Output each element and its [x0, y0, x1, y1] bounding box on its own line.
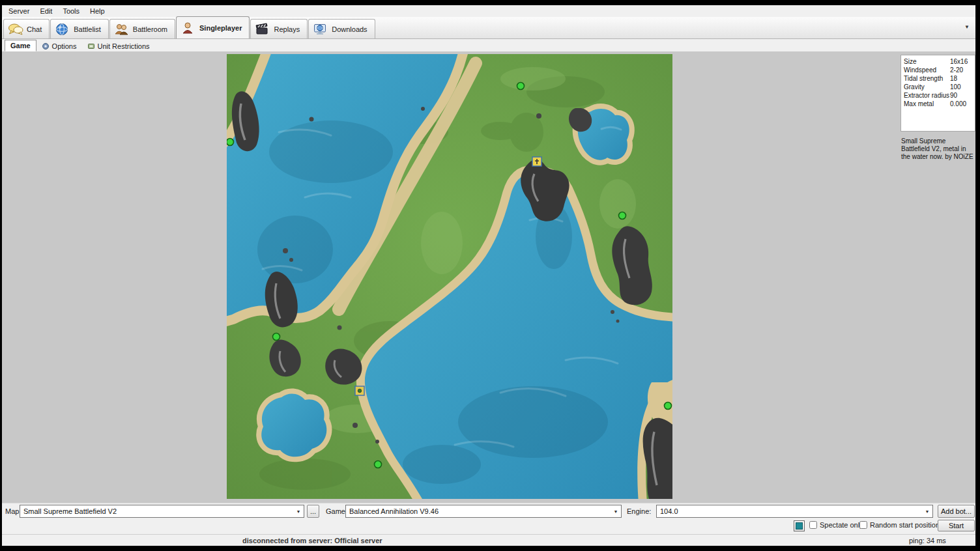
info-label: Windspeed [904, 66, 950, 74]
map-lake-southwest [261, 393, 326, 457]
chevron-down-icon: ▼ [611, 509, 621, 514]
start-button[interactable]: Start [938, 520, 975, 531]
map-info-row: Extractor radius 90 [901, 91, 975, 100]
map-info-table: Size 16x16 Windspeed 2-20 Tidal strength… [901, 55, 975, 132]
start-marker [517, 83, 525, 90]
main-tab-bar: Chat Battlelist [2, 17, 975, 39]
toolbar-overflow-button[interactable]: ▼ [962, 23, 972, 32]
start-options-bar: Spectate only Random start positions Sta… [2, 518, 975, 534]
battle-subtab-bar: Game Options Unit Restrictions [2, 39, 975, 51]
options-icon [42, 42, 50, 50]
tab-replays[interactable]: Replays [250, 19, 308, 38]
map-browse-button[interactable]: ... [307, 505, 319, 518]
globe-icon [55, 23, 70, 36]
chevron-down-icon: ▼ [293, 509, 304, 514]
info-label: Extractor radius [904, 92, 950, 99]
tab-label: Chat [27, 25, 42, 33]
start-marker [273, 333, 280, 341]
subtab-label: Unit Restrictions [98, 42, 150, 50]
info-value: 16x16 [950, 58, 972, 65]
start-marker [665, 403, 672, 410]
subtab-options[interactable]: Options [36, 40, 82, 51]
tab-downloads[interactable]: Downloads [308, 19, 375, 38]
battle-setup-bar: Map: Small Supreme Battlefield V2 ▼ ... … [2, 503, 975, 518]
info-label: Tidal strength [904, 75, 950, 82]
map-info-row: Size 16x16 [901, 57, 975, 66]
unit-restrictions-icon [87, 42, 95, 50]
map-preview[interactable] [227, 54, 672, 499]
subtab-label: Options [52, 42, 77, 50]
spectate-only-checkbox-input[interactable] [809, 521, 817, 529]
map-icon-marker-south[interactable] [355, 386, 364, 395]
tab-label: Downloads [332, 25, 367, 33]
menu-help[interactable]: Help [85, 6, 110, 16]
menu-bar: Server Edit Tools Help [2, 5, 975, 17]
subtab-unit-restrictions[interactable]: Unit Restrictions [82, 40, 155, 51]
film-clapper-icon [255, 23, 270, 36]
chat-bubbles-icon [8, 23, 23, 36]
map-info-row: Tidal strength 18 [901, 74, 975, 83]
tab-singleplayer[interactable]: Singleplayer [176, 16, 250, 38]
info-value: 2-20 [950, 66, 972, 74]
chevron-down-icon: ▼ [922, 509, 932, 514]
game-combobox[interactable]: Balanced Annihilation V9.46 ▼ [345, 505, 622, 518]
map-combobox-value: Small Supreme Battlefield V2 [20, 507, 293, 515]
spectate-only-label: Spectate only [820, 521, 863, 529]
status-bar: disconnected from server: Official serve… [2, 534, 975, 546]
menu-edit[interactable]: Edit [35, 6, 57, 16]
info-value: 100 [950, 83, 972, 91]
tab-battlelist[interactable]: Battlelist [50, 19, 109, 38]
two-users-icon [114, 23, 130, 36]
engine-label: Engine: [627, 507, 651, 515]
start-marker [227, 139, 234, 146]
info-label: Size [904, 58, 950, 65]
map-icon-marker-north[interactable] [532, 157, 541, 166]
map-combobox[interactable]: Small Supreme Battlefield V2 ▼ [20, 505, 304, 518]
download-monitor-icon [313, 23, 328, 36]
info-label: Gravity [904, 83, 950, 91]
map-info-row: Gravity 100 [901, 83, 975, 91]
menu-server[interactable]: Server [3, 6, 35, 16]
menu-tools[interactable]: Tools [57, 6, 85, 16]
lobby-window: Server Edit Tools Help Chat [2, 5, 975, 546]
random-start-positions-checkbox-input[interactable] [859, 521, 867, 529]
subtab-label: Game [10, 42, 31, 49]
random-start-positions-label: Random start positions [870, 521, 944, 529]
spectate-only-checkbox[interactable]: Spectate only [809, 521, 863, 529]
singleplayer-main-area: Size 16x16 Windspeed 2-20 Tidal strength… [2, 51, 975, 503]
player-color-swatch-fill [796, 522, 803, 530]
start-marker [619, 212, 626, 219]
start-marker [375, 461, 382, 468]
add-bot-button[interactable]: Add bot... [938, 505, 975, 518]
map-info-row: Windspeed 2-20 [901, 66, 975, 74]
map-label: Map: [5, 507, 21, 515]
tab-battleroom[interactable]: Battleroom [109, 19, 175, 38]
info-value: 0.000 [950, 100, 972, 107]
tab-chat[interactable]: Chat [3, 19, 50, 38]
tab-label: Replays [274, 25, 300, 33]
map-preview-image [227, 54, 672, 499]
player-color-swatch[interactable] [794, 520, 805, 531]
subtab-game[interactable]: Game [5, 40, 36, 51]
connection-status-text: disconnected from server: Official serve… [242, 537, 382, 544]
single-player-icon [180, 21, 196, 35]
random-start-positions-checkbox[interactable]: Random start positions [859, 521, 944, 529]
info-label: Max metal [904, 100, 950, 107]
tab-label: Battlelist [74, 25, 101, 33]
info-value: 90 [950, 92, 972, 99]
game-label: Game: [326, 507, 347, 515]
map-description: Small Supreme Battlefield V2, metal in t… [901, 137, 975, 161]
engine-combobox-value: 104.0 [657, 507, 922, 515]
engine-combobox[interactable]: 104.0 ▼ [656, 505, 933, 518]
ping-status-text: ping: 34 ms [909, 537, 946, 544]
game-combobox-value: Balanced Annihilation V9.46 [346, 507, 611, 515]
tab-label: Singleplayer [199, 24, 242, 32]
info-value: 18 [950, 75, 972, 82]
tab-label: Battleroom [133, 25, 167, 33]
map-info-row: Max metal 0.000 [901, 100, 975, 108]
